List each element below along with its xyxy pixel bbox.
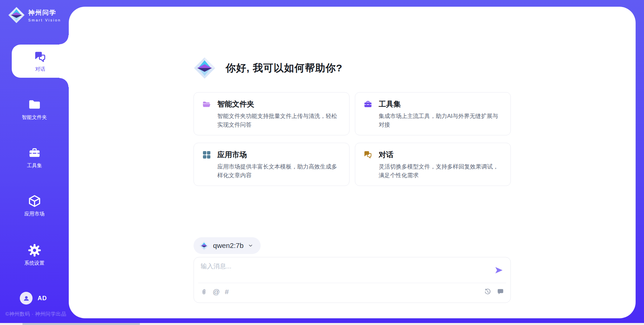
scrollbar-thumb[interactable] [22,323,140,325]
history-button[interactable] [484,288,491,296]
feature-card-head: 智能文件夹 [202,99,341,109]
chat-filled-icon [497,288,504,296]
cube-icon [28,194,41,208]
message-input[interactable] [201,262,482,281]
gear-icon [28,244,41,257]
sidebar-item-label: 系统设置 [24,260,45,266]
user-profile[interactable]: AD [20,292,47,305]
horizontal-scrollbar[interactable] [0,323,644,325]
folder-icon [28,98,41,111]
feature-card-head: 对话 [363,150,502,160]
model-gem-icon [200,241,209,250]
composer-tools-right [484,288,504,296]
model-selector[interactable]: qwen2:7b [194,237,261,254]
composer-divider [198,283,506,283]
brand-gem-icon [8,7,25,23]
chat-bubbles-icon [363,150,373,159]
greeting-title: 你好, 我可以如何帮助你? [226,61,342,75]
feature-card-title: 工具集 [379,99,401,109]
sidebar-item-settings[interactable]: 系统设置 [0,244,69,266]
sidebar-item-label: 工具集 [27,162,42,169]
paperclip-icon [200,288,208,296]
feature-card-title: 智能文件夹 [217,99,254,109]
feature-card-description: 灵活切换多模型文件，支持多样回复效果调试，满足个性化需求 [379,162,502,180]
assistant-gem-icon [194,57,216,79]
sidebar: 神州问学 Smart Vision 对话 智能文件夹 工具集 应用市场 [0,0,69,325]
chevron-down-icon [248,243,253,248]
send-icon [494,266,503,275]
mention-button[interactable]: @ [213,288,220,296]
sidebar-item-smart-folder[interactable]: 智能文件夹 [0,98,69,121]
sidebar-item-label: 对话 [35,66,45,72]
feature-card-description: 智能文件夹功能支持批量文件上传与清洗，轻松实现文件问答 [217,112,341,129]
history-icon [484,288,491,296]
feature-card-toolset[interactable]: 工具集 集成市场上主流工具，助力AI与外界无缝扩展与对接 [355,92,511,135]
model-selector-row: qwen2:7b [194,237,511,254]
new-chat-button[interactable] [497,288,504,296]
main-panel: 你好, 我可以如何帮助你? 智能文件夹 智能文件夹功能支持批量文件上传与清洗，轻… [69,7,636,318]
feature-card-chat[interactable]: 对话 灵活切换多模型文件，支持多样回复效果调试，满足个性化需求 [355,143,511,186]
brand-name: 神州问学 [28,8,61,17]
chat-bubbles-icon [34,50,47,64]
send-button[interactable] [494,266,503,275]
active-item-bottom-connector [59,78,69,87]
user-name: AD [38,295,47,302]
app-grid-icon [202,150,211,159]
greeting-block: 你好, 我可以如何帮助你? [194,57,511,79]
model-name: qwen2:7b [213,242,244,250]
copyright-footer: ©神州数码 · 神州问学出品 [5,311,66,317]
sidebar-item-label: 智能文件夹 [22,114,47,121]
sidebar-item-app-market[interactable]: 应用市场 [0,194,69,217]
feature-card-grid: 智能文件夹 智能文件夹功能支持批量文件上传与清洗，轻松实现文件问答 工具集 集成… [194,92,511,186]
sidebar-item-label: 应用市场 [24,211,45,217]
at-icon: @ [213,288,220,296]
person-icon [22,295,30,302]
topic-button[interactable]: # [225,288,229,296]
feature-card-head: 应用市场 [202,150,341,160]
composer-tools-left: @ # [200,288,229,296]
avatar [20,292,33,305]
attach-file-button[interactable] [200,288,208,296]
feature-card-smart-folder[interactable]: 智能文件夹 智能文件夹功能支持批量文件上传与清洗，轻松实现文件问答 [194,92,350,135]
brand-logo: 神州问学 Smart Vision [8,7,61,23]
message-composer: @ # [194,257,511,303]
feature-card-title: 对话 [379,150,393,160]
feature-card-description: 集成市场上主流工具，助力AI与外界无缝扩展与对接 [379,112,502,129]
sidebar-item-toolset[interactable]: 工具集 [0,146,69,169]
briefcase-icon [28,146,41,159]
feature-card-title: 应用市场 [217,150,247,160]
brand-text: 神州问学 Smart Vision [28,8,61,22]
hash-icon: # [225,288,229,296]
feature-card-app-market[interactable]: 应用市场 应用市场提供丰富长文本模板，助力高效生成多样化文章内容 [194,143,350,186]
briefcase-icon [363,100,373,109]
brand-subtitle: Smart Vision [28,18,61,22]
feature-card-description: 应用市场提供丰富长文本模板，助力高效生成多样化文章内容 [217,162,341,180]
active-item-top-connector [59,35,69,45]
sidebar-item-chat[interactable]: 对话 [12,45,69,78]
content-column: 你好, 我可以如何帮助你? 智能文件夹 智能文件夹功能支持批量文件上传与清洗，轻… [194,7,511,303]
open-folder-icon [202,100,211,109]
feature-card-head: 工具集 [363,99,502,109]
